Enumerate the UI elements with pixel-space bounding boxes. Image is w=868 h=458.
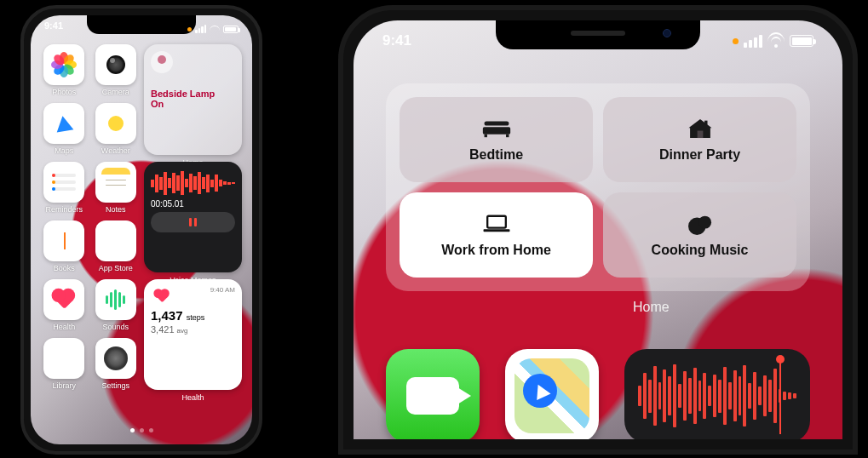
pause-button[interactable] — [151, 212, 235, 232]
widget-label: Health — [144, 393, 242, 402]
scene-label: Dinner Party — [659, 147, 740, 163]
maps-icon — [43, 103, 84, 144]
phone-device-right: 9:41 Bedtime Dinner Party — [338, 5, 858, 455]
svg-rect-6 — [487, 216, 506, 228]
health-widget[interactable]: 9:40 AM 1,437 steps 3,421 avg Health — [144, 279, 242, 390]
photos-icon — [43, 44, 84, 85]
app-books[interactable]: Books — [41, 220, 88, 272]
app-label: Notes — [106, 205, 126, 214]
lightbulb-icon — [151, 51, 173, 73]
camera-icon — [95, 44, 136, 85]
library-icon — [43, 338, 84, 379]
app-label: Reminders — [45, 205, 83, 214]
status-indicators — [733, 32, 813, 49]
app-label: Camera — [102, 88, 129, 96]
weather-icon — [95, 103, 136, 144]
steps-unit: steps — [187, 313, 205, 322]
widget-label: Home — [633, 300, 810, 315]
svg-rect-1 — [482, 127, 509, 135]
status-indicators — [187, 20, 239, 37]
app-settings[interactable]: Settings — [93, 338, 140, 390]
widget-timestamp: 9:40 AM — [210, 286, 235, 294]
recording-indicator-icon — [187, 27, 192, 31]
app-maps[interactable] — [505, 349, 599, 439]
app-reminders[interactable]: .rem-lines i:nth-child(1)::before{backgr… — [41, 162, 88, 214]
wifi-icon — [210, 26, 220, 33]
home-screen-left: 9:41 — [31, 15, 252, 444]
scene-dinner-party[interactable]: Dinner Party — [603, 97, 796, 182]
phone-device-left: 9:41 — [20, 5, 262, 455]
svg-rect-4 — [704, 121, 707, 125]
home-scenes-widget[interactable]: Bedtime Dinner Party Work from Home Cook… — [386, 83, 810, 291]
waveform-icon — [638, 363, 796, 429]
scene-label: Work from Home — [441, 243, 551, 258]
battery-icon — [223, 26, 239, 33]
health-icon — [43, 279, 84, 320]
app-store-icon: A — [95, 220, 136, 261]
app-notes[interactable]: Notes — [93, 162, 140, 214]
reminders-icon: .rem-lines i:nth-child(1)::before{backgr… — [43, 162, 84, 203]
steps-value: 1,437 — [151, 308, 183, 323]
app-label: Photos — [52, 88, 76, 96]
pause-icon — [189, 218, 197, 226]
svg-point-9 — [698, 216, 711, 229]
app-camera[interactable]: Camera — [93, 44, 140, 96]
status-time: 9:41 — [44, 20, 63, 37]
heart-icon — [156, 290, 168, 302]
home-screen-right: 9:41 Bedtime Dinner Party — [354, 20, 842, 439]
app-label: Books — [54, 264, 75, 272]
app-appstore[interactable]: A App Store — [93, 220, 140, 272]
page-dot — [140, 428, 144, 432]
app-library[interactable]: Library — [41, 338, 88, 390]
app-label: Weather — [101, 146, 130, 155]
status-bar: 9:41 — [354, 32, 842, 49]
scene-bedtime[interactable]: Bedtime — [400, 97, 593, 182]
app-maps[interactable]: Maps — [41, 103, 88, 155]
page-indicator[interactable] — [31, 428, 252, 432]
wifi-icon — [767, 35, 785, 48]
notes-icon — [95, 162, 136, 203]
facetime-icon — [406, 377, 459, 415]
bed-icon — [482, 117, 511, 140]
app-label: Library — [52, 381, 76, 390]
waveform-icon — [151, 169, 235, 198]
elapsed-time: 00:05.01 — [151, 199, 235, 209]
app-facetime[interactable] — [386, 349, 480, 439]
svg-rect-2 — [484, 135, 486, 137]
svg-rect-0 — [484, 122, 509, 126]
page-dot — [149, 428, 153, 432]
voice-memos-widget[interactable] — [624, 349, 810, 439]
battery-icon — [790, 35, 813, 47]
avg-value: 3,421 — [151, 324, 175, 335]
house-icon — [686, 117, 715, 140]
status-bar: 9:41 — [31, 20, 252, 37]
scene-work-from-home[interactable]: Work from Home — [400, 192, 593, 278]
playhead-icon[interactable] — [779, 358, 781, 434]
app-label: Maps — [55, 146, 73, 155]
app-label: Settings — [101, 381, 129, 390]
app-label: Health — [53, 323, 75, 331]
app-photos[interactable]: Photos — [41, 44, 88, 96]
svg-rect-5 — [697, 131, 703, 139]
app-sounds[interactable]: Sounds — [93, 279, 140, 331]
fruit-icon — [686, 212, 715, 236]
app-weather[interactable]: Weather — [93, 103, 140, 155]
status-time: 9:41 — [382, 32, 411, 49]
app-label: App Store — [99, 264, 133, 272]
avg-unit: avg — [177, 327, 188, 335]
scene-label: Bedtime — [469, 147, 523, 163]
scene-cooking-music[interactable]: Cooking Music — [603, 192, 796, 278]
page-dot — [130, 428, 135, 432]
app-health[interactable]: Health — [41, 279, 88, 331]
books-icon — [43, 220, 84, 261]
device-state: On — [151, 99, 235, 109]
device-name: Bedside Lamp — [151, 89, 235, 99]
laptop-icon — [482, 212, 511, 236]
app-label: Sounds — [102, 323, 129, 331]
home-widget[interactable]: Bedside Lamp On Home — [144, 44, 242, 155]
voice-memos-widget[interactable]: 00:05.01 Voice Memos — [144, 162, 242, 272]
maps-icon — [514, 358, 589, 433]
scene-label: Cooking Music — [652, 243, 749, 258]
sounds-icon — [95, 279, 136, 320]
svg-rect-7 — [483, 229, 509, 232]
